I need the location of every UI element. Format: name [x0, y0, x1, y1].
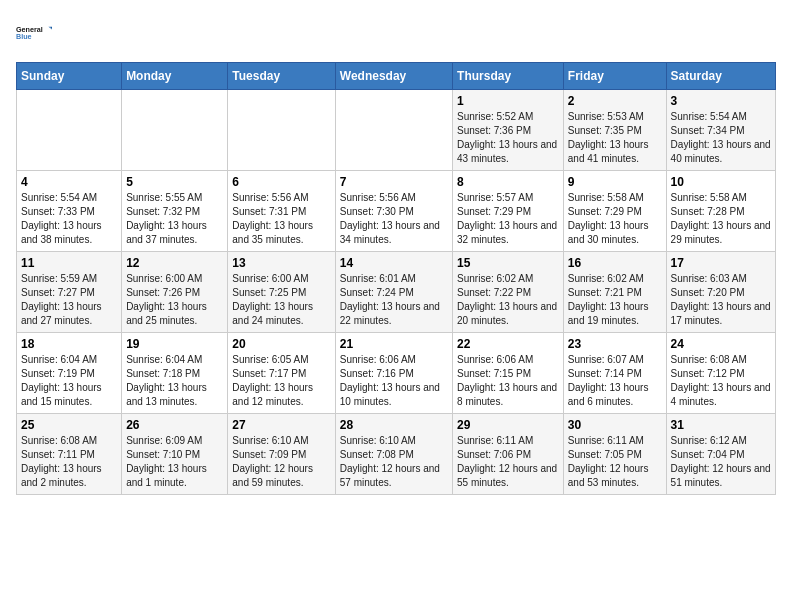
- week-row-1: 1 Sunrise: 5:52 AMSunset: 7:36 PMDayligh…: [17, 90, 776, 171]
- week-row-3: 11 Sunrise: 5:59 AMSunset: 7:27 PMDaylig…: [17, 252, 776, 333]
- cell-1-5: 9 Sunrise: 5:58 AMSunset: 7:29 PMDayligh…: [563, 171, 666, 252]
- cell-2-3: 14 Sunrise: 6:01 AMSunset: 7:24 PMDaylig…: [335, 252, 452, 333]
- day-info: Sunrise: 6:06 AMSunset: 7:16 PMDaylight:…: [340, 353, 448, 409]
- cell-4-4: 29 Sunrise: 6:11 AMSunset: 7:06 PMDaylig…: [453, 414, 564, 495]
- day-info: Sunrise: 6:12 AMSunset: 7:04 PMDaylight:…: [671, 434, 771, 490]
- day-info: Sunrise: 5:59 AMSunset: 7:27 PMDaylight:…: [21, 272, 117, 328]
- day-number: 24: [671, 337, 771, 351]
- day-number: 4: [21, 175, 117, 189]
- header: General Blue: [16, 16, 776, 52]
- day-number: 25: [21, 418, 117, 432]
- day-info: Sunrise: 5:54 AMSunset: 7:34 PMDaylight:…: [671, 110, 771, 166]
- day-info: Sunrise: 5:57 AMSunset: 7:29 PMDaylight:…: [457, 191, 559, 247]
- day-number: 8: [457, 175, 559, 189]
- day-number: 12: [126, 256, 223, 270]
- cell-4-2: 27 Sunrise: 6:10 AMSunset: 7:09 PMDaylig…: [228, 414, 335, 495]
- day-info: Sunrise: 5:58 AMSunset: 7:28 PMDaylight:…: [671, 191, 771, 247]
- day-number: 18: [21, 337, 117, 351]
- day-number: 22: [457, 337, 559, 351]
- day-info: Sunrise: 6:04 AMSunset: 7:18 PMDaylight:…: [126, 353, 223, 409]
- day-number: 23: [568, 337, 662, 351]
- cell-4-6: 31 Sunrise: 6:12 AMSunset: 7:04 PMDaylig…: [666, 414, 775, 495]
- day-number: 17: [671, 256, 771, 270]
- cell-1-0: 4 Sunrise: 5:54 AMSunset: 7:33 PMDayligh…: [17, 171, 122, 252]
- day-number: 5: [126, 175, 223, 189]
- day-number: 31: [671, 418, 771, 432]
- cell-4-3: 28 Sunrise: 6:10 AMSunset: 7:08 PMDaylig…: [335, 414, 452, 495]
- cell-0-3: [335, 90, 452, 171]
- day-number: 14: [340, 256, 448, 270]
- day-info: Sunrise: 5:56 AMSunset: 7:30 PMDaylight:…: [340, 191, 448, 247]
- day-info: Sunrise: 5:55 AMSunset: 7:32 PMDaylight:…: [126, 191, 223, 247]
- cell-1-1: 5 Sunrise: 5:55 AMSunset: 7:32 PMDayligh…: [122, 171, 228, 252]
- day-info: Sunrise: 6:02 AMSunset: 7:21 PMDaylight:…: [568, 272, 662, 328]
- day-number: 11: [21, 256, 117, 270]
- header-monday: Monday: [122, 63, 228, 90]
- day-number: 6: [232, 175, 330, 189]
- logo-svg: General Blue: [16, 16, 52, 52]
- day-info: Sunrise: 6:08 AMSunset: 7:11 PMDaylight:…: [21, 434, 117, 490]
- logo: General Blue: [16, 16, 52, 52]
- cell-2-6: 17 Sunrise: 6:03 AMSunset: 7:20 PMDaylig…: [666, 252, 775, 333]
- day-number: 20: [232, 337, 330, 351]
- cell-0-1: [122, 90, 228, 171]
- day-number: 29: [457, 418, 559, 432]
- day-info: Sunrise: 6:11 AMSunset: 7:06 PMDaylight:…: [457, 434, 559, 490]
- cell-4-1: 26 Sunrise: 6:09 AMSunset: 7:10 PMDaylig…: [122, 414, 228, 495]
- day-number: 30: [568, 418, 662, 432]
- cell-3-1: 19 Sunrise: 6:04 AMSunset: 7:18 PMDaylig…: [122, 333, 228, 414]
- day-number: 10: [671, 175, 771, 189]
- day-number: 16: [568, 256, 662, 270]
- day-info: Sunrise: 6:08 AMSunset: 7:12 PMDaylight:…: [671, 353, 771, 409]
- header-tuesday: Tuesday: [228, 63, 335, 90]
- day-number: 15: [457, 256, 559, 270]
- cell-2-5: 16 Sunrise: 6:02 AMSunset: 7:21 PMDaylig…: [563, 252, 666, 333]
- cell-1-4: 8 Sunrise: 5:57 AMSunset: 7:29 PMDayligh…: [453, 171, 564, 252]
- day-number: 7: [340, 175, 448, 189]
- day-info: Sunrise: 5:56 AMSunset: 7:31 PMDaylight:…: [232, 191, 330, 247]
- week-row-4: 18 Sunrise: 6:04 AMSunset: 7:19 PMDaylig…: [17, 333, 776, 414]
- day-info: Sunrise: 6:00 AMSunset: 7:25 PMDaylight:…: [232, 272, 330, 328]
- header-thursday: Thursday: [453, 63, 564, 90]
- cell-4-0: 25 Sunrise: 6:08 AMSunset: 7:11 PMDaylig…: [17, 414, 122, 495]
- cell-3-4: 22 Sunrise: 6:06 AMSunset: 7:15 PMDaylig…: [453, 333, 564, 414]
- cell-3-2: 20 Sunrise: 6:05 AMSunset: 7:17 PMDaylig…: [228, 333, 335, 414]
- cell-2-2: 13 Sunrise: 6:00 AMSunset: 7:25 PMDaylig…: [228, 252, 335, 333]
- cell-3-5: 23 Sunrise: 6:07 AMSunset: 7:14 PMDaylig…: [563, 333, 666, 414]
- cell-3-0: 18 Sunrise: 6:04 AMSunset: 7:19 PMDaylig…: [17, 333, 122, 414]
- cell-0-2: [228, 90, 335, 171]
- day-info: Sunrise: 6:03 AMSunset: 7:20 PMDaylight:…: [671, 272, 771, 328]
- day-info: Sunrise: 6:09 AMSunset: 7:10 PMDaylight:…: [126, 434, 223, 490]
- day-number: 1: [457, 94, 559, 108]
- header-friday: Friday: [563, 63, 666, 90]
- cell-2-0: 11 Sunrise: 5:59 AMSunset: 7:27 PMDaylig…: [17, 252, 122, 333]
- day-info: Sunrise: 5:54 AMSunset: 7:33 PMDaylight:…: [21, 191, 117, 247]
- day-info: Sunrise: 6:11 AMSunset: 7:05 PMDaylight:…: [568, 434, 662, 490]
- day-info: Sunrise: 6:01 AMSunset: 7:24 PMDaylight:…: [340, 272, 448, 328]
- cell-1-3: 7 Sunrise: 5:56 AMSunset: 7:30 PMDayligh…: [335, 171, 452, 252]
- calendar-table: SundayMondayTuesdayWednesdayThursdayFrid…: [16, 62, 776, 495]
- day-info: Sunrise: 6:04 AMSunset: 7:19 PMDaylight:…: [21, 353, 117, 409]
- week-row-5: 25 Sunrise: 6:08 AMSunset: 7:11 PMDaylig…: [17, 414, 776, 495]
- day-info: Sunrise: 6:05 AMSunset: 7:17 PMDaylight:…: [232, 353, 330, 409]
- day-info: Sunrise: 6:10 AMSunset: 7:09 PMDaylight:…: [232, 434, 330, 490]
- day-number: 21: [340, 337, 448, 351]
- cell-3-3: 21 Sunrise: 6:06 AMSunset: 7:16 PMDaylig…: [335, 333, 452, 414]
- header-saturday: Saturday: [666, 63, 775, 90]
- day-number: 27: [232, 418, 330, 432]
- day-info: Sunrise: 5:53 AMSunset: 7:35 PMDaylight:…: [568, 110, 662, 166]
- day-info: Sunrise: 6:06 AMSunset: 7:15 PMDaylight:…: [457, 353, 559, 409]
- cell-3-6: 24 Sunrise: 6:08 AMSunset: 7:12 PMDaylig…: [666, 333, 775, 414]
- week-row-2: 4 Sunrise: 5:54 AMSunset: 7:33 PMDayligh…: [17, 171, 776, 252]
- header-sunday: Sunday: [17, 63, 122, 90]
- day-number: 3: [671, 94, 771, 108]
- cell-0-4: 1 Sunrise: 5:52 AMSunset: 7:36 PMDayligh…: [453, 90, 564, 171]
- day-number: 13: [232, 256, 330, 270]
- day-info: Sunrise: 6:07 AMSunset: 7:14 PMDaylight:…: [568, 353, 662, 409]
- day-info: Sunrise: 5:52 AMSunset: 7:36 PMDaylight:…: [457, 110, 559, 166]
- svg-text:Blue: Blue: [16, 32, 32, 41]
- day-info: Sunrise: 6:00 AMSunset: 7:26 PMDaylight:…: [126, 272, 223, 328]
- cell-0-0: [17, 90, 122, 171]
- day-number: 28: [340, 418, 448, 432]
- cell-2-4: 15 Sunrise: 6:02 AMSunset: 7:22 PMDaylig…: [453, 252, 564, 333]
